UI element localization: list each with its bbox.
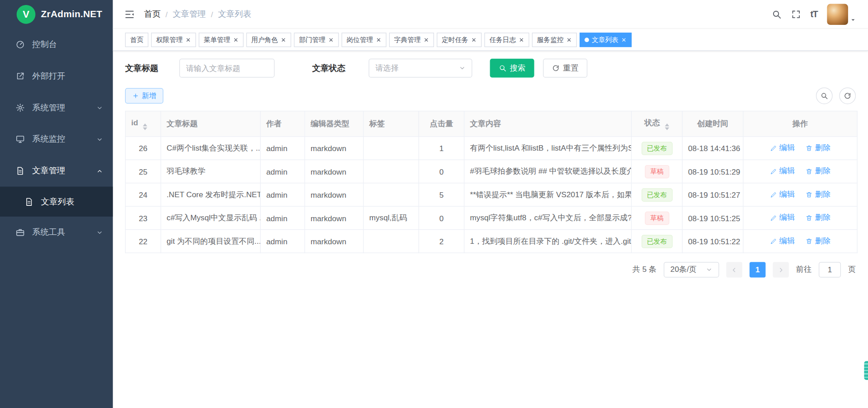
close-icon[interactable] — [376, 37, 381, 43]
column-header[interactable]: 编辑器类型 — [305, 111, 363, 137]
sidebar-item[interactable]: 外部打开 — [0, 60, 113, 92]
tab[interactable]: 文章列表 — [580, 33, 632, 47]
sidebar-item[interactable]: 文章管理 — [0, 155, 113, 187]
add-button-label: 新增 — [142, 91, 156, 101]
page-content: 文章标题 文章状态 请选择 搜索 重置 — [113, 51, 868, 408]
font-size-icon[interactable]: tT — [811, 9, 818, 19]
delete-link[interactable]: 删除 — [806, 166, 830, 176]
article-title-input[interactable] — [179, 59, 275, 78]
column-header[interactable]: 创建时间 — [682, 111, 743, 137]
sidebar-item-label: 系统工具 — [32, 227, 96, 237]
edit-link[interactable]: 编辑 — [770, 236, 795, 246]
close-icon[interactable] — [471, 37, 476, 43]
delete-link[interactable]: 删除 — [806, 236, 830, 246]
table-row[interactable]: 23 c#写入Mysql中文显示乱码 ... admin markdown my… — [125, 206, 857, 229]
user-menu[interactable] — [827, 4, 856, 25]
goto-page-input[interactable] — [819, 262, 841, 277]
column-header[interactable]: 文章标题 — [161, 111, 260, 137]
close-icon[interactable] — [328, 37, 334, 43]
toggle-search-button[interactable] — [816, 87, 833, 104]
next-page-button[interactable] — [773, 262, 789, 277]
tab[interactable]: 权限管理 — [151, 33, 196, 47]
column-header[interactable]: 作者 — [260, 111, 305, 137]
column-header[interactable]: 标签 — [363, 111, 419, 137]
search-icon[interactable] — [772, 9, 782, 19]
scrollbar-thumb[interactable] — [864, 361, 868, 380]
close-icon[interactable] — [281, 37, 286, 43]
article-title-label: 文章标题 — [125, 63, 160, 73]
tab[interactable]: 用户角色 — [246, 33, 291, 47]
close-icon[interactable] — [566, 37, 572, 43]
cell-hits: 0 — [419, 206, 464, 229]
tab[interactable]: 任务日志 — [484, 33, 529, 47]
table-row[interactable]: 24 .NET Core 发布时提示.NET... admin markdown… — [125, 183, 857, 206]
cell-content: #羽毛球拍参数说明 ## 中管软硬选择以及长度介... — [464, 160, 632, 183]
table-row[interactable]: 26 C#两个list集合实现关联，... admin markdown 1 有… — [125, 137, 857, 160]
cell-content: 有两个list,listA 和listB，listA中有三个属性列为St... — [464, 137, 632, 160]
sidebar-item[interactable]: 系统管理 — [0, 92, 113, 123]
breadcrumb-item[interactable]: 首页 — [144, 9, 160, 19]
delete-link[interactable]: 删除 — [806, 143, 830, 153]
column-header-label: 点击量 — [430, 119, 453, 128]
page-size-select[interactable]: 20条/页 — [664, 262, 719, 277]
cell-created-at: 08-18 14:41:36 — [682, 137, 743, 160]
table-row[interactable]: 25 羽毛球教学 admin markdown 0 #羽毛球拍参数说明 ## 中… — [125, 160, 857, 183]
tab[interactable]: 岗位管理 — [342, 33, 387, 47]
edit-link[interactable]: 编辑 — [770, 166, 795, 176]
tab[interactable]: 定时任务 — [437, 33, 481, 47]
sort-icon[interactable] — [143, 123, 147, 130]
tab-label: 任务日志 — [489, 35, 516, 45]
column-header[interactable]: 点击量 — [419, 111, 464, 137]
delete-link[interactable]: 删除 — [806, 190, 830, 199]
close-icon[interactable] — [519, 37, 524, 43]
refresh-table-button[interactable] — [839, 87, 856, 104]
sidebar-item[interactable]: 文章列表 — [0, 187, 113, 217]
breadcrumb-item[interactable]: 文章列表 — [218, 9, 251, 19]
edit-label: 编辑 — [779, 143, 795, 153]
app-title: ZrAdmin.NET — [41, 9, 103, 20]
breadcrumb-item[interactable]: 文章管理 — [173, 9, 206, 19]
close-icon[interactable] — [621, 37, 627, 43]
tab[interactable]: 服务监控 — [532, 33, 577, 47]
edit-link[interactable]: 编辑 — [770, 190, 795, 199]
sidebar-item[interactable]: 控制台 — [0, 29, 113, 61]
column-header[interactable]: 文章内容 — [464, 111, 632, 137]
cell-operations: 编辑 删除 — [743, 230, 857, 253]
app-logo[interactable]: V ZrAdmin.NET — [0, 0, 113, 29]
close-icon[interactable] — [424, 37, 429, 43]
search-button[interactable]: 搜索 — [490, 59, 534, 78]
table-row[interactable]: 22 git 为不同的项目设置不同... admin markdown 2 1，… — [125, 230, 857, 253]
edit-link[interactable]: 编辑 — [770, 143, 795, 153]
tab[interactable]: 部门管理 — [294, 33, 339, 47]
menu-fold-icon[interactable] — [124, 9, 135, 19]
close-icon[interactable] — [233, 37, 239, 43]
cell-editor-type: markdown — [305, 183, 363, 206]
tab[interactable]: 首页 — [125, 33, 148, 47]
prev-page-button[interactable] — [726, 262, 743, 277]
cell-created-at: 08-19 10:51:27 — [682, 183, 743, 206]
tab[interactable]: 菜单管理 — [199, 33, 244, 47]
page-number-button[interactable]: 1 — [750, 262, 766, 277]
sidebar-item[interactable]: 系统监控 — [0, 123, 113, 155]
cell-tags — [363, 137, 419, 160]
reset-button[interactable]: 重置 — [543, 59, 587, 78]
article-status-select[interactable]: 请选择 — [369, 59, 472, 78]
column-header[interactable]: id — [125, 111, 160, 137]
fullscreen-icon[interactable] — [791, 9, 801, 19]
tab-label: 字典管理 — [394, 35, 421, 45]
column-header[interactable]: 操作 — [743, 111, 857, 137]
column-header-label: 操作 — [793, 119, 808, 128]
sidebar-item[interactable]: 系统工具 — [0, 217, 113, 248]
cell-editor-type: markdown — [305, 160, 363, 183]
cell-author: admin — [260, 183, 305, 206]
close-icon[interactable] — [185, 37, 191, 43]
delete-link[interactable]: 删除 — [806, 213, 830, 223]
add-button[interactable]: 新增 — [125, 88, 163, 104]
column-header-label: 标签 — [369, 119, 385, 128]
edit-link[interactable]: 编辑 — [770, 213, 795, 223]
cell-author: admin — [260, 160, 305, 183]
column-header[interactable]: 状态 — [632, 111, 683, 137]
sort-icon[interactable] — [665, 123, 670, 130]
chevron-down-icon — [459, 65, 466, 71]
tab[interactable]: 字典管理 — [389, 33, 434, 47]
